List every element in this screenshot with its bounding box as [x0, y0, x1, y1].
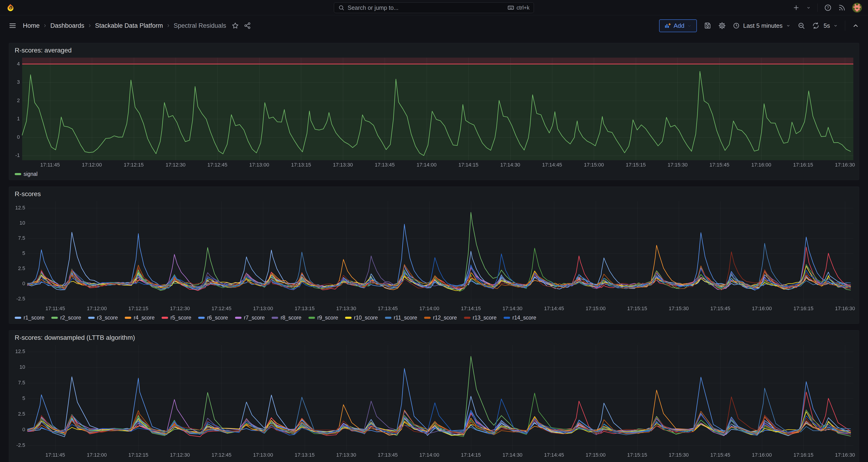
legend-swatch [235, 317, 242, 319]
favorite-star-button[interactable] [232, 22, 239, 29]
legend-label: r4_score [133, 315, 154, 321]
breadcrumb-current[interactable]: Spectral Residuals [174, 22, 226, 29]
legend-item[interactable]: r6_score [198, 461, 228, 462]
search-icon [338, 5, 344, 11]
new-item-button[interactable] [793, 4, 800, 11]
panel-title-bar[interactable]: R-scores: downsampled (LTTB algorithm) [13, 332, 855, 343]
legend-swatch [308, 317, 315, 319]
legend-item[interactable]: r14_score [504, 461, 536, 462]
new-item-chevron-down-icon[interactable] [806, 5, 811, 10]
legend-label: r8_score [280, 461, 301, 462]
legend-item[interactable]: r4_score [125, 315, 154, 321]
legend-label: r13_score [473, 315, 497, 321]
legend-item[interactable]: r13_score [464, 461, 497, 462]
add-panel-button[interactable]: Add [659, 19, 697, 32]
time-range-picker[interactable]: Last 5 minutes [733, 22, 790, 29]
add-button-label: Add [674, 22, 684, 29]
legend-item[interactable]: r2_score [51, 461, 81, 462]
help-icon[interactable]: ? [824, 4, 832, 11]
legend-item[interactable]: r13_score [464, 315, 497, 321]
legend-label: r1_score [24, 461, 44, 462]
legend-item[interactable]: r4_score [125, 461, 154, 462]
legend-label: r14_score [513, 315, 536, 321]
legend-label: r4_score [133, 461, 154, 462]
global-search[interactable]: ctrl+k [334, 2, 534, 13]
legend-label: r9_score [317, 461, 338, 462]
legend-label: r11_score [394, 461, 417, 462]
legend-label: r9_score [317, 315, 338, 321]
chart-canvas[interactable] [13, 343, 855, 460]
legend-label: r5_score [170, 315, 191, 321]
legend-swatch [345, 317, 351, 319]
legend-swatch [272, 317, 278, 319]
legend-swatch [385, 317, 392, 319]
breadcrumb: Home Dashboards Stackable Data Platform … [23, 22, 226, 29]
legend: r1_scorer2_scorer3_scorer4_scorer5_score… [13, 313, 855, 324]
legend-item[interactable]: r11_score [385, 315, 417, 321]
legend-label: r13_score [473, 461, 497, 462]
share-button[interactable] [244, 22, 251, 29]
legend-item[interactable]: r8_score [272, 315, 301, 321]
legend-item[interactable]: r8_score [272, 461, 301, 462]
legend-item[interactable]: r12_score [424, 461, 457, 462]
legend-label: r6_score [207, 315, 228, 321]
legend-item[interactable]: r9_score [308, 461, 338, 462]
collapse-up-button[interactable] [852, 22, 859, 29]
legend-label: r5_score [170, 461, 191, 462]
dashboard-settings-button[interactable] [718, 22, 726, 29]
legend-item[interactable]: r3_score [88, 315, 118, 321]
legend-item[interactable]: r9_score [308, 315, 338, 321]
zoom-out-button[interactable] [798, 22, 805, 29]
legend-item[interactable]: r10_score [345, 461, 378, 462]
keyboard-icon [507, 4, 514, 11]
top-nav-bar: ctrl+k ? [0, 0, 868, 16]
legend-item[interactable]: r2_score [51, 315, 81, 321]
chevron-right-icon [88, 24, 92, 28]
panel-title: R-scores [15, 190, 41, 198]
nav-divider [817, 3, 818, 12]
legend-label: r2_score [60, 315, 81, 321]
legend-item[interactable]: r7_score [235, 461, 265, 462]
chart-area [13, 343, 855, 460]
legend-label: r11_score [394, 315, 417, 321]
legend-label: r12_score [433, 461, 457, 462]
chart-area [13, 56, 855, 170]
legend: signal [13, 170, 855, 180]
panel-title-bar[interactable]: R-scores [13, 189, 855, 199]
panel-title-bar[interactable]: R-scores: averaged [13, 45, 855, 56]
legend-label: r3_score [97, 461, 118, 462]
legend-item[interactable]: r3_score [88, 461, 118, 462]
chevron-down-icon [786, 23, 790, 28]
legend-item[interactable]: r1_score [15, 315, 44, 321]
legend-swatch [125, 317, 131, 319]
chart-canvas[interactable] [13, 56, 855, 170]
legend-label: r7_score [244, 315, 265, 321]
legend-item[interactable]: r5_score [161, 315, 191, 321]
panel-title: R-scores: averaged [15, 47, 71, 54]
legend-item[interactable]: r12_score [424, 315, 457, 321]
legend-item[interactable]: signal [15, 171, 37, 177]
news-icon[interactable] [838, 4, 846, 11]
legend-item[interactable]: r14_score [504, 315, 536, 321]
menu-icon[interactable] [9, 22, 16, 29]
user-avatar[interactable] [852, 3, 862, 12]
breadcrumb-dashboards[interactable]: Dashboards [50, 22, 84, 29]
legend-item[interactable]: r6_score [198, 315, 228, 321]
search-input[interactable] [348, 4, 504, 11]
refresh-interval-picker[interactable]: 5s [824, 22, 838, 29]
legend-item[interactable]: r10_score [345, 315, 378, 321]
chevron-down-icon [833, 23, 838, 28]
chart-canvas[interactable] [13, 199, 855, 313]
breadcrumb-folder[interactable]: Stackable Data Platform [95, 22, 163, 29]
legend-item[interactable]: r7_score [235, 315, 265, 321]
legend-label: r10_score [354, 315, 378, 321]
legend-item[interactable]: r11_score [385, 461, 417, 462]
legend-label: r12_score [433, 315, 457, 321]
legend-item[interactable]: r5_score [161, 461, 191, 462]
grafana-logo[interactable] [6, 3, 15, 12]
breadcrumb-home[interactable]: Home [23, 22, 40, 29]
legend-item[interactable]: r1_score [15, 461, 44, 462]
panel-r-scores: R-scores r1_scorer2_scorer3_scorer4_scor… [9, 187, 859, 324]
refresh-button[interactable] [812, 22, 819, 29]
save-dashboard-button[interactable] [704, 22, 711, 29]
